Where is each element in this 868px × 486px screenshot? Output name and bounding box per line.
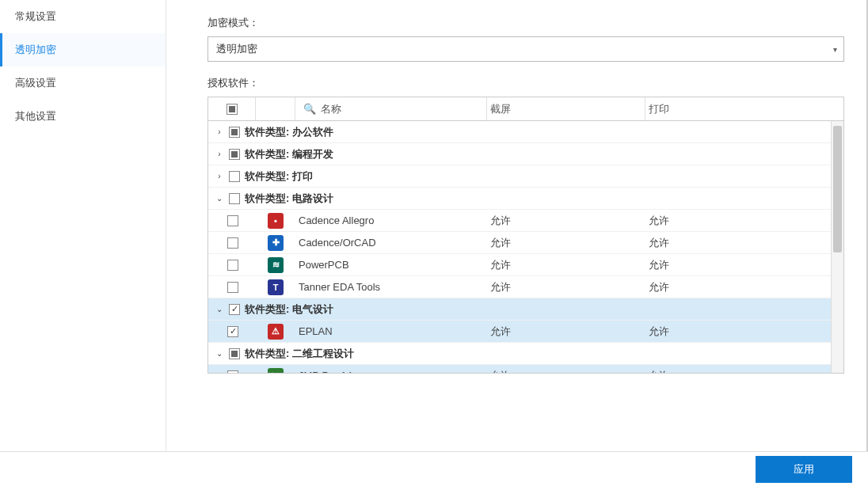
row-print: 允许 (645, 258, 843, 272)
chevron-down-icon[interactable]: ⌄ (215, 194, 224, 203)
row-icon-cell: • (256, 213, 295, 229)
select-all-checkbox[interactable] (227, 104, 238, 115)
group-row[interactable]: ⌄软件类型: 电气设计 (208, 298, 843, 321)
row-icon-cell: ⚠ (256, 324, 295, 340)
footer-bar: 应用 (0, 451, 868, 486)
vertical-scrollbar[interactable] (831, 121, 843, 373)
header-icon-cell (256, 97, 295, 120)
row-print: 允许 (645, 369, 843, 374)
row-checkbox[interactable] (227, 215, 238, 226)
row-print: 允许 (645, 236, 843, 250)
header-screenshot-cell[interactable]: 截屏 (487, 97, 645, 120)
table-row[interactable]: ≋PowerPCB允许允许 (208, 254, 843, 276)
row-screenshot: 允许 (487, 258, 645, 272)
row-screenshot: 允许 (487, 325, 645, 339)
group-title: 软件类型: 编程开发 (245, 147, 333, 161)
settings-sidebar: 常规设置透明加密高级设置其他设置 (0, 0, 166, 451)
table-row[interactable]: TTanner EDA Tools允许允许 (208, 276, 843, 298)
header-name-cell[interactable]: 🔍 名称 (295, 97, 487, 120)
header-print-label: 打印 (649, 102, 669, 116)
group-title: 软件类型: 电路设计 (245, 192, 333, 206)
auth-software-label: 授权软件： (207, 76, 844, 90)
row-checkbox-cell[interactable] (208, 326, 256, 337)
encrypt-mode-select[interactable]: 透明加密 ▾ (207, 36, 844, 62)
group-row[interactable]: ⌄软件类型: 二维工程设计 (208, 343, 843, 365)
chevron-right-icon[interactable]: › (215, 150, 224, 158)
sidebar-item[interactable]: 常规设置 (0, 0, 166, 33)
software-table: 🔍 名称 截屏 打印 ›软件类型: 办公软件›软件类型: 编程开发›软件类型: … (207, 97, 844, 374)
app-icon: ⚠ (268, 324, 284, 340)
table-row[interactable]: ▶JMP Pro 14允许允许 (208, 365, 843, 373)
group-checkbox[interactable] (229, 193, 240, 204)
chevron-down-icon[interactable]: ⌄ (215, 305, 224, 313)
sidebar-item[interactable]: 高级设置 (0, 66, 166, 100)
group-checkbox[interactable] (229, 348, 240, 359)
row-name: PowerPCB (295, 259, 487, 271)
row-name: Cadence Allegro (295, 215, 487, 226)
row-name: JMP Pro 14 (295, 370, 487, 373)
group-checkbox[interactable] (229, 127, 240, 138)
chevron-down-icon: ▾ (833, 45, 837, 54)
app-icon: ▶ (268, 368, 284, 374)
row-checkbox-cell[interactable] (208, 215, 256, 226)
group-checkbox[interactable] (229, 149, 240, 160)
chevron-right-icon[interactable]: › (215, 127, 224, 136)
group-checkbox[interactable] (229, 171, 240, 182)
row-screenshot: 允许 (487, 280, 645, 294)
row-icon-cell: ✚ (256, 235, 295, 251)
row-screenshot: 允许 (487, 369, 645, 374)
row-checkbox-cell[interactable] (208, 370, 256, 374)
group-row[interactable]: ⌄软件类型: 电路设计 (208, 188, 843, 210)
app-icon: ≋ (268, 257, 284, 273)
table-body: ›软件类型: 办公软件›软件类型: 编程开发›软件类型: 打印⌄软件类型: 电路… (208, 121, 843, 373)
row-print: 允许 (645, 325, 843, 339)
row-checkbox[interactable] (227, 260, 238, 271)
apply-button-label: 应用 (794, 463, 814, 475)
row-print: 允许 (645, 280, 843, 294)
header-name-label: 名称 (321, 102, 341, 116)
row-checkbox-cell[interactable] (208, 260, 256, 271)
chevron-down-icon[interactable]: ⌄ (215, 349, 224, 358)
apply-button[interactable]: 应用 (756, 456, 852, 483)
encrypt-mode-value: 透明加密 (216, 43, 257, 55)
group-row[interactable]: ›软件类型: 办公软件 (208, 121, 843, 143)
group-title: 软件类型: 电气设计 (245, 302, 333, 317)
group-row[interactable]: ›软件类型: 编程开发 (208, 143, 843, 165)
sidebar-item[interactable]: 透明加密 (0, 33, 166, 66)
table-header-row: 🔍 名称 截屏 打印 (208, 97, 843, 121)
encrypt-mode-label: 加密模式： (207, 16, 844, 30)
table-row[interactable]: ✚Cadence/OrCAD允许允许 (208, 232, 843, 254)
row-checkbox[interactable] (227, 237, 238, 249)
group-title: 软件类型: 二维工程设计 (245, 347, 354, 361)
main-panel: 加密模式： 透明加密 ▾ 授权软件： 🔍 名称 截屏 打印 (166, 0, 868, 451)
row-checkbox[interactable] (227, 282, 238, 293)
header-checkbox-cell[interactable] (208, 97, 256, 120)
row-name: Tanner EDA Tools (295, 281, 487, 293)
row-print: 允许 (645, 214, 843, 228)
row-icon-cell: ▶ (256, 368, 295, 374)
row-checkbox[interactable] (227, 370, 238, 374)
header-screenshot-label: 截屏 (490, 102, 511, 116)
search-icon: 🔍 (303, 103, 316, 115)
app-icon: • (268, 213, 284, 229)
group-checkbox[interactable] (229, 304, 240, 315)
row-icon-cell: T (256, 279, 295, 295)
row-checkbox-cell[interactable] (208, 282, 256, 293)
scrollbar-thumb[interactable] (833, 126, 842, 252)
group-title: 软件类型: 办公软件 (245, 125, 333, 139)
chevron-right-icon[interactable]: › (215, 172, 224, 180)
group-title: 软件类型: 打印 (245, 169, 313, 184)
app-icon: ✚ (268, 235, 284, 251)
row-name: EPLAN (295, 325, 487, 337)
app-icon: T (268, 279, 284, 295)
row-checkbox-cell[interactable] (208, 237, 256, 249)
table-row[interactable]: ⚠EPLAN允许允许 (208, 321, 843, 343)
table-row[interactable]: •Cadence Allegro允许允许 (208, 210, 843, 232)
row-name: Cadence/OrCAD (295, 237, 487, 249)
row-screenshot: 允许 (487, 214, 645, 228)
row-screenshot: 允许 (487, 236, 645, 250)
row-checkbox[interactable] (227, 326, 238, 337)
header-print-cell[interactable]: 打印 (645, 97, 843, 120)
sidebar-item[interactable]: 其他设置 (0, 100, 166, 133)
group-row[interactable]: ›软件类型: 打印 (208, 165, 843, 188)
